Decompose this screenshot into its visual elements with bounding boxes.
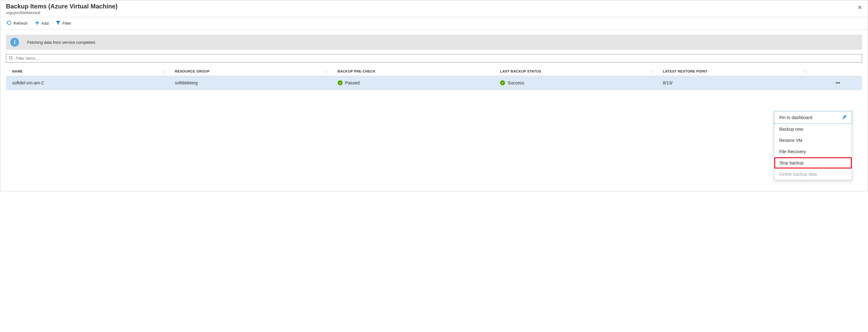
menu-file-recovery[interactable]: File Recovery	[774, 146, 852, 157]
check-icon: ✓	[338, 80, 343, 85]
menu-restore-vm-label: Restore VM	[779, 138, 802, 143]
menu-pin-to-dashboard[interactable]: Pin to dashboard	[774, 111, 852, 124]
check-icon: ✓	[500, 80, 505, 85]
table-header-row: NAME ↑↓ RESOURCE GROUP ↑↓ BACKUP PRE-CHE…	[6, 67, 862, 76]
col-header-resource-group[interactable]: RESOURCE GROUP ↑↓	[169, 67, 331, 76]
cell-name: softdel-vm-am-2	[6, 76, 169, 90]
sort-icon: ↑↓	[804, 70, 808, 73]
pin-icon	[842, 114, 847, 120]
filter-icon	[56, 20, 61, 26]
col-header-last-status[interactable]: LAST BACKUP STATUS ↑↓	[494, 67, 656, 76]
content-area: i Fetching data from service completed. …	[0, 30, 868, 95]
filter-label: Filter	[62, 21, 71, 26]
menu-stop-backup[interactable]: Stop backup	[774, 157, 852, 168]
svg-line-3	[12, 59, 13, 60]
menu-file-recovery-label: File Recovery	[779, 149, 806, 154]
cell-resource-group: softdeleterg	[169, 76, 331, 90]
search-box[interactable]	[6, 54, 862, 62]
svg-point-2	[9, 56, 12, 59]
info-message: Fetching data from service completed.	[27, 40, 96, 45]
col-header-actions	[811, 67, 862, 76]
search-icon	[9, 56, 15, 61]
close-button[interactable]: ✕	[856, 3, 863, 11]
row-more-button[interactable]: •••	[811, 76, 862, 90]
backup-items-table: NAME ↑↓ RESOURCE GROUP ↑↓ BACKUP PRE-CHE…	[6, 67, 862, 90]
table-row[interactable]: softdel-vm-am-2 softdeleterg ✓ Passed ✓ …	[6, 76, 862, 90]
search-input[interactable]	[15, 56, 859, 61]
filter-button[interactable]: Filter	[55, 20, 72, 27]
more-icon: •••	[836, 80, 840, 85]
menu-delete-backup-label: Delete backup data	[779, 172, 817, 177]
blade-container: Backup Items (Azure Virtual Machine) sog…	[0, 0, 868, 191]
cell-pre-check: ✓ Passed	[331, 76, 494, 90]
page-subtitle: sogupsoftdeletevault	[6, 11, 862, 15]
cell-pre-check-label: Passed	[345, 80, 360, 85]
plus-icon	[35, 20, 40, 26]
menu-pin-label: Pin to dashboard	[779, 115, 812, 120]
context-menu: Pin to dashboard Backup now Restore VM F…	[774, 111, 852, 180]
col-header-restore-point[interactable]: LATEST RESTORE POINT ↑↓	[656, 67, 810, 76]
sort-icon: ↑↓	[162, 70, 165, 73]
cell-last-status-label: Success	[507, 80, 524, 85]
col-header-name-label: NAME	[12, 70, 23, 73]
toolbar: Refresh Add Filter	[0, 17, 868, 30]
cell-last-status: ✓ Success	[494, 76, 656, 90]
sort-icon: ↑↓	[324, 70, 328, 73]
col-header-name[interactable]: NAME ↑↓	[6, 67, 169, 76]
menu-delete-backup-data: Delete backup data	[774, 168, 852, 180]
add-label: Add	[41, 21, 49, 26]
refresh-label: Refresh	[13, 21, 28, 26]
add-button[interactable]: Add	[34, 20, 49, 27]
cell-restore-point: 8/13/	[656, 76, 810, 90]
blade-header: Backup Items (Azure Virtual Machine) sog…	[0, 0, 868, 17]
col-header-precheck-label: BACKUP PRE-CHECK	[338, 70, 376, 73]
refresh-icon	[6, 20, 11, 26]
menu-stop-backup-label: Stop backup	[779, 160, 804, 165]
info-icon: i	[10, 38, 19, 47]
close-icon: ✕	[857, 4, 862, 11]
menu-backup-now[interactable]: Backup now	[774, 123, 852, 135]
col-header-pre-check[interactable]: BACKUP PRE-CHECK	[331, 67, 494, 76]
col-header-status-label: LAST BACKUP STATUS	[500, 70, 541, 73]
col-header-restore-label: LATEST RESTORE POINT	[663, 70, 708, 73]
page-title: Backup Items (Azure Virtual Machine)	[6, 3, 862, 10]
sort-icon: ↑↓	[650, 70, 653, 73]
col-header-rg-label: RESOURCE GROUP	[175, 70, 210, 73]
menu-restore-vm[interactable]: Restore VM	[774, 135, 852, 146]
info-bar: i Fetching data from service completed.	[6, 35, 862, 50]
menu-backup-now-label: Backup now	[779, 127, 803, 132]
refresh-button[interactable]: Refresh	[6, 20, 28, 27]
